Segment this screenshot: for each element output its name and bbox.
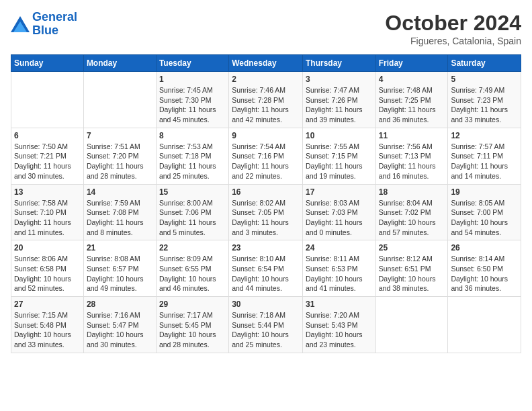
day-number: 28 xyxy=(87,300,153,309)
day-cell: 3Sunrise: 7:47 AM Sunset: 7:26 PM Daylig… xyxy=(302,72,375,128)
day-cell xyxy=(83,72,156,128)
day-cell: 30Sunrise: 7:18 AM Sunset: 5:44 PM Dayli… xyxy=(229,297,303,353)
day-info: Sunrise: 8:06 AM Sunset: 6:58 PM Dayligh… xyxy=(14,254,81,293)
day-cell: 21Sunrise: 8:08 AM Sunset: 6:57 PM Dayli… xyxy=(83,240,156,297)
day-info: Sunrise: 8:02 AM Sunset: 7:05 PM Dayligh… xyxy=(232,198,300,238)
day-number: 5 xyxy=(451,75,518,84)
day-number: 19 xyxy=(451,187,518,197)
day-cell: 18Sunrise: 8:04 AM Sunset: 7:02 PM Dayli… xyxy=(375,184,448,240)
day-info: Sunrise: 7:51 AM Sunset: 7:20 PM Dayligh… xyxy=(87,142,153,181)
logo-line1: General xyxy=(32,10,77,24)
day-info: Sunrise: 8:09 AM Sunset: 6:55 PM Dayligh… xyxy=(159,254,226,293)
day-number: 3 xyxy=(306,75,373,84)
header-friday: Friday xyxy=(375,55,448,72)
month-title: October 2024 xyxy=(385,11,521,36)
day-number: 30 xyxy=(232,300,300,309)
day-info: Sunrise: 7:16 AM Sunset: 5:47 PM Dayligh… xyxy=(87,310,153,350)
day-cell: 22Sunrise: 8:09 AM Sunset: 6:55 PM Dayli… xyxy=(156,240,228,297)
header-sunday: Sunday xyxy=(11,55,84,72)
day-cell: 20Sunrise: 8:06 AM Sunset: 6:58 PM Dayli… xyxy=(11,240,84,297)
week-row-2: 6Sunrise: 7:50 AM Sunset: 7:21 PM Daylig… xyxy=(11,128,521,184)
day-cell: 10Sunrise: 7:55 AM Sunset: 7:15 PM Dayli… xyxy=(302,128,375,184)
day-number: 2 xyxy=(232,75,300,84)
day-cell: 27Sunrise: 7:15 AM Sunset: 5:48 PM Dayli… xyxy=(11,297,84,353)
location: Figueres, Catalonia, Spain xyxy=(385,36,521,46)
day-number: 23 xyxy=(232,243,300,253)
day-info: Sunrise: 8:14 AM Sunset: 6:50 PM Dayligh… xyxy=(451,254,518,293)
day-info: Sunrise: 8:12 AM Sunset: 6:51 PM Dayligh… xyxy=(379,254,445,293)
day-info: Sunrise: 8:08 AM Sunset: 6:57 PM Dayligh… xyxy=(87,254,153,293)
header-tuesday: Tuesday xyxy=(156,55,228,72)
day-cell: 16Sunrise: 8:02 AM Sunset: 7:05 PM Dayli… xyxy=(229,184,303,240)
day-cell: 19Sunrise: 8:05 AM Sunset: 7:00 PM Dayli… xyxy=(448,184,521,240)
day-number: 27 xyxy=(14,300,81,309)
day-cell: 7Sunrise: 7:51 AM Sunset: 7:20 PM Daylig… xyxy=(83,128,156,184)
day-cell: 28Sunrise: 7:16 AM Sunset: 5:47 PM Dayli… xyxy=(83,297,156,353)
day-info: Sunrise: 8:04 AM Sunset: 7:02 PM Dayligh… xyxy=(379,198,445,238)
header-saturday: Saturday xyxy=(448,55,521,72)
day-number: 8 xyxy=(159,131,226,140)
day-number: 17 xyxy=(306,187,373,197)
day-info: Sunrise: 7:55 AM Sunset: 7:15 PM Dayligh… xyxy=(306,142,373,181)
day-cell: 31Sunrise: 7:20 AM Sunset: 5:43 PM Dayli… xyxy=(302,297,375,353)
day-cell: 24Sunrise: 8:11 AM Sunset: 6:53 PM Dayli… xyxy=(302,240,375,297)
week-row-5: 27Sunrise: 7:15 AM Sunset: 5:48 PM Dayli… xyxy=(11,297,521,353)
day-number: 25 xyxy=(379,243,445,253)
day-number: 1 xyxy=(159,75,226,84)
day-number: 20 xyxy=(14,243,81,253)
page-header: General Blue October 2024 Figueres, Cata… xyxy=(11,11,521,46)
day-info: Sunrise: 7:59 AM Sunset: 7:08 PM Dayligh… xyxy=(87,198,153,238)
day-number: 29 xyxy=(159,300,226,309)
week-row-1: 1Sunrise: 7:45 AM Sunset: 7:30 PM Daylig… xyxy=(11,72,521,128)
day-cell: 12Sunrise: 7:57 AM Sunset: 7:11 PM Dayli… xyxy=(448,128,521,184)
day-cell: 5Sunrise: 7:49 AM Sunset: 7:23 PM Daylig… xyxy=(448,72,521,128)
day-number: 21 xyxy=(87,243,153,253)
day-info: Sunrise: 8:05 AM Sunset: 7:00 PM Dayligh… xyxy=(451,198,518,238)
day-info: Sunrise: 7:50 AM Sunset: 7:21 PM Dayligh… xyxy=(14,142,81,181)
logo-line2: Blue xyxy=(32,24,58,37)
day-number: 12 xyxy=(451,131,518,140)
day-number: 10 xyxy=(306,131,373,140)
day-number: 26 xyxy=(451,243,518,253)
day-cell: 11Sunrise: 7:56 AM Sunset: 7:13 PM Dayli… xyxy=(375,128,448,184)
day-cell: 17Sunrise: 8:03 AM Sunset: 7:03 PM Dayli… xyxy=(302,184,375,240)
day-number: 16 xyxy=(232,187,300,197)
day-number: 15 xyxy=(159,187,226,197)
day-cell: 2Sunrise: 7:46 AM Sunset: 7:28 PM Daylig… xyxy=(229,72,303,128)
day-number: 7 xyxy=(87,131,153,140)
day-info: Sunrise: 7:49 AM Sunset: 7:23 PM Dayligh… xyxy=(451,85,518,125)
day-info: Sunrise: 7:56 AM Sunset: 7:13 PM Dayligh… xyxy=(379,142,445,181)
header-monday: Monday xyxy=(83,55,156,72)
day-number: 9 xyxy=(232,131,300,140)
day-info: Sunrise: 7:15 AM Sunset: 5:48 PM Dayligh… xyxy=(14,310,81,350)
day-cell: 23Sunrise: 8:10 AM Sunset: 6:54 PM Dayli… xyxy=(229,240,303,297)
day-number: 13 xyxy=(14,187,81,197)
day-info: Sunrise: 7:45 AM Sunset: 7:30 PM Dayligh… xyxy=(159,85,226,125)
day-cell: 8Sunrise: 7:53 AM Sunset: 7:18 PM Daylig… xyxy=(156,128,228,184)
day-info: Sunrise: 8:00 AM Sunset: 7:06 PM Dayligh… xyxy=(159,198,226,238)
calendar-body: 1Sunrise: 7:45 AM Sunset: 7:30 PM Daylig… xyxy=(11,72,521,353)
day-info: Sunrise: 7:47 AM Sunset: 7:26 PM Dayligh… xyxy=(306,85,373,125)
day-cell: 29Sunrise: 7:17 AM Sunset: 5:45 PM Dayli… xyxy=(156,297,228,353)
day-info: Sunrise: 7:20 AM Sunset: 5:43 PM Dayligh… xyxy=(306,310,373,350)
day-info: Sunrise: 7:54 AM Sunset: 7:16 PM Dayligh… xyxy=(232,142,300,181)
day-info: Sunrise: 8:11 AM Sunset: 6:53 PM Dayligh… xyxy=(306,254,373,293)
day-info: Sunrise: 7:58 AM Sunset: 7:10 PM Dayligh… xyxy=(14,198,81,238)
logo-icon xyxy=(11,16,30,32)
calendar-header: SundayMondayTuesdayWednesdayThursdayFrid… xyxy=(11,55,521,72)
day-info: Sunrise: 8:10 AM Sunset: 6:54 PM Dayligh… xyxy=(232,254,300,293)
day-cell: 25Sunrise: 8:12 AM Sunset: 6:51 PM Dayli… xyxy=(375,240,448,297)
day-number: 11 xyxy=(379,131,445,140)
header-wednesday: Wednesday xyxy=(229,55,303,72)
day-cell: 9Sunrise: 7:54 AM Sunset: 7:16 PM Daylig… xyxy=(229,128,303,184)
day-info: Sunrise: 7:46 AM Sunset: 7:28 PM Dayligh… xyxy=(232,85,300,125)
day-info: Sunrise: 7:57 AM Sunset: 7:11 PM Dayligh… xyxy=(451,142,518,181)
day-info: Sunrise: 7:53 AM Sunset: 7:18 PM Dayligh… xyxy=(159,142,226,181)
day-cell: 14Sunrise: 7:59 AM Sunset: 7:08 PM Dayli… xyxy=(83,184,156,240)
title-block: October 2024 Figueres, Catalonia, Spain xyxy=(385,11,521,46)
day-cell: 13Sunrise: 7:58 AM Sunset: 7:10 PM Dayli… xyxy=(11,184,84,240)
day-number: 31 xyxy=(306,300,373,309)
logo: General Blue xyxy=(11,11,77,38)
day-cell xyxy=(11,72,84,128)
day-info: Sunrise: 7:17 AM Sunset: 5:45 PM Dayligh… xyxy=(159,310,226,350)
